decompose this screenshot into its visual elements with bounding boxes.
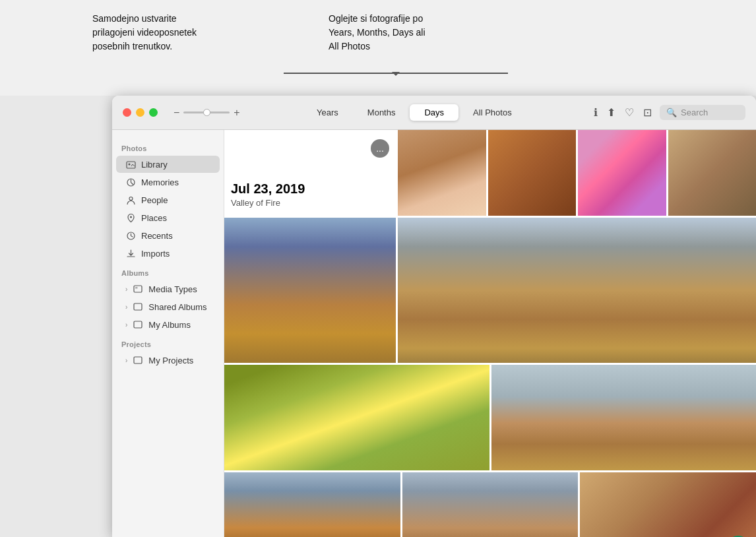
zoom-slider[interactable] — [183, 111, 230, 113]
sidebar-item-my-projects-label: My Projects — [148, 356, 193, 365]
sidebar-item-media-types-label: Media Types — [148, 284, 197, 294]
sidebar-item-library[interactable]: Library — [116, 156, 220, 173]
title-bar: − + Years Months Days All Photos ℹ ⬆ ♡ ⊡… — [112, 96, 756, 130]
info-icon[interactable]: ℹ — [594, 106, 598, 119]
tooltip-left-line1: Samodejno ustvarite — [92, 13, 177, 24]
library-icon — [125, 159, 136, 170]
search-box[interactable]: 🔍 Search — [660, 105, 745, 120]
more-button[interactable]: ... — [371, 139, 389, 158]
date-header-cell: Jul 23, 2019 Valley of Fire ... — [224, 130, 396, 216]
tooltip-left: Samodejno ustvarite prilagojeni videopos… — [92, 12, 197, 53]
tooltip-right-line1: Oglejte si fotografije po — [329, 13, 423, 24]
traffic-lights — [123, 108, 158, 117]
main-area: Photos Library M — [112, 130, 756, 537]
memories-icon — [125, 177, 136, 187]
sidebar-item-shared-albums-label: Shared Albums — [148, 302, 206, 312]
sidebar-item-recents[interactable]: Recents — [116, 227, 220, 244]
svg-point-4 — [130, 216, 132, 218]
photo-cell-3[interactable] — [578, 130, 666, 216]
photo-cell-11[interactable]: +3 — [580, 472, 756, 537]
sidebar-item-media-types[interactable]: › Media Types — [116, 280, 220, 298]
app-window: − + Years Months Days All Photos ℹ ⬆ ♡ ⊡… — [112, 96, 756, 537]
sidebar-item-library-label: Library — [141, 160, 168, 170]
toolbar-icons: ℹ ⬆ ♡ ⊡ — [594, 106, 652, 119]
tab-years[interactable]: Years — [302, 104, 353, 121]
heart-icon[interactable]: ♡ — [625, 106, 634, 119]
search-icon: 🔍 — [666, 108, 677, 117]
date-title: Jul 23, 2019 — [231, 181, 389, 197]
chevron-right-icon-2: › — [125, 303, 127, 311]
tooltip-left-line2: prilagojeni videoposnetek — [92, 27, 197, 38]
my-albums-icon — [133, 319, 143, 330]
sidebar-item-people-label: People — [141, 195, 168, 205]
places-icon — [125, 212, 136, 223]
photos-section-label: Photos — [112, 138, 224, 155]
tooltip-left-line3: posebnih trenutkov. — [92, 41, 172, 51]
svg-rect-9 — [134, 321, 142, 328]
tooltip-right: Oglejte si fotografije po Years, Months,… — [329, 12, 425, 53]
tab-all-photos[interactable]: All Photos — [458, 104, 526, 121]
svg-rect-8 — [134, 303, 142, 310]
zoom-slider-thumb — [203, 109, 210, 116]
photo-cell-4[interactable] — [668, 130, 757, 216]
sidebar-item-imports-label: Imports — [141, 249, 170, 259]
svg-rect-10 — [134, 357, 142, 363]
sidebar-item-recents-label: Recents — [141, 231, 173, 241]
tab-months[interactable]: Months — [353, 104, 410, 121]
photo-cell-7[interactable] — [224, 365, 489, 470]
svg-point-1 — [128, 163, 130, 165]
minimize-button[interactable] — [136, 108, 144, 117]
sidebar-item-places-label: Places — [141, 213, 167, 223]
crop-icon[interactable]: ⊡ — [643, 106, 652, 119]
nav-tabs: Years Months Days All Photos — [248, 104, 581, 121]
shared-albums-icon — [133, 301, 143, 312]
photo-cell-2[interactable] — [488, 130, 577, 216]
photo-cell-6[interactable] — [398, 218, 756, 363]
people-icon — [125, 195, 136, 205]
sidebar-item-places[interactable]: Places — [116, 209, 220, 226]
imports-icon — [125, 248, 136, 259]
sidebar-item-memories[interactable]: Memories — [116, 174, 220, 191]
tooltip-right-line3: All Photos — [329, 41, 370, 51]
tab-days[interactable]: Days — [410, 104, 458, 121]
date-group-1: Jul 23, 2019 Valley of Fire ... — [224, 130, 756, 537]
media-types-icon — [133, 284, 143, 294]
photo-content: Jul 23, 2019 Valley of Fire ... — [224, 130, 756, 537]
projects-section-label: Projects — [112, 334, 224, 351]
sidebar-item-people[interactable]: People — [116, 191, 220, 208]
zoom-plus-button[interactable]: + — [234, 107, 239, 119]
sidebar: Photos Library M — [112, 130, 224, 537]
tooltip-right-line2: Years, Months, Days ali — [329, 27, 425, 38]
sidebar-item-my-albums-label: My Albums — [148, 320, 191, 330]
zoom-control: − + — [173, 107, 240, 119]
photo-cell-1[interactable] — [398, 130, 486, 216]
recents-icon — [125, 230, 136, 241]
my-projects-icon — [133, 355, 143, 365]
date-location: Valley of Fire — [231, 198, 389, 208]
photo-cell-8[interactable] — [491, 365, 757, 470]
svg-point-3 — [129, 197, 133, 200]
sidebar-item-my-projects[interactable]: › My Projects — [116, 352, 220, 369]
photo-cell-9[interactable] — [224, 472, 400, 537]
svg-rect-0 — [127, 162, 135, 168]
sidebar-item-imports[interactable]: Imports — [116, 245, 220, 262]
svg-rect-7 — [135, 287, 138, 289]
albums-section-label: Albums — [112, 263, 224, 280]
chevron-right-icon-3: › — [125, 321, 127, 329]
sidebar-item-my-albums[interactable]: › My Albums — [116, 316, 220, 333]
sidebar-item-memories-label: Memories — [141, 177, 179, 187]
callout-line — [284, 73, 508, 74]
zoom-minus-button[interactable]: − — [173, 107, 179, 119]
fullscreen-button[interactable] — [149, 108, 158, 117]
sidebar-item-shared-albums[interactable]: › Shared Albums — [116, 298, 220, 315]
tooltip-area: Samodejno ustvarite prilagojeni videopos… — [0, 0, 756, 96]
search-placeholder: Search — [681, 108, 708, 117]
svg-rect-6 — [134, 286, 142, 292]
photo-cell-10[interactable] — [402, 472, 579, 537]
share-icon[interactable]: ⬆ — [607, 106, 615, 119]
chevron-right-icon: › — [125, 286, 127, 293]
photo-cell-5[interactable] — [224, 218, 396, 363]
close-button[interactable] — [123, 108, 131, 117]
chevron-right-icon-4: › — [125, 357, 127, 364]
